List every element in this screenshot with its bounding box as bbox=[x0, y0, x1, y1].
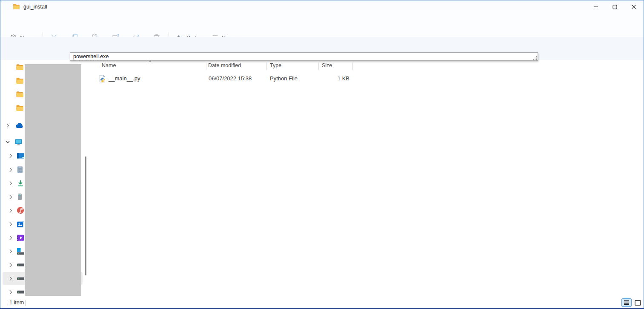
drive-icon bbox=[17, 275, 25, 282]
folder-icon bbox=[13, 3, 20, 10]
column-header-size[interactable]: Size bbox=[322, 62, 332, 68]
chevron-right-icon[interactable] bbox=[9, 181, 13, 186]
minimize-button[interactable] bbox=[587, 0, 605, 13]
onedrive-cloud-icon bbox=[15, 122, 24, 128]
file-size: 1 KB bbox=[318, 75, 349, 82]
windows-drive-icon bbox=[17, 248, 25, 255]
chevron-right-icon[interactable] bbox=[9, 195, 13, 199]
column-header-type[interactable]: Type bbox=[270, 62, 281, 68]
videos-icon bbox=[17, 234, 24, 241]
chevron-right-icon[interactable] bbox=[9, 167, 13, 172]
item-count-label: 1 item bbox=[9, 300, 24, 306]
folder-icon bbox=[16, 91, 24, 98]
desktop-icon bbox=[17, 153, 25, 159]
python-file-icon bbox=[99, 75, 106, 82]
icons-view-toggle[interactable] bbox=[633, 298, 643, 307]
maximize-button[interactable] bbox=[606, 0, 624, 13]
portable-device-icon bbox=[17, 193, 23, 201]
command-toolbar: New Sort bbox=[0, 13, 644, 36]
explorer-window: gui_install New bbox=[0, 0, 644, 309]
file-date-modified: 06/07/2022 15:38 bbox=[209, 75, 252, 82]
status-divider bbox=[25, 300, 26, 306]
details-view-icon bbox=[624, 300, 630, 305]
address-autocomplete-dropdown: powershell.exe bbox=[70, 52, 538, 61]
chevron-right-icon[interactable] bbox=[6, 123, 10, 128]
chevron-down-icon[interactable] bbox=[6, 141, 10, 144]
pictures-icon bbox=[17, 221, 24, 228]
drive-icon bbox=[17, 289, 25, 296]
file-list-panel: ∧ Name Date modified Type Size __main__.… bbox=[89, 60, 644, 298]
file-name: __main__.py bbox=[109, 75, 140, 82]
chevron-right-icon[interactable] bbox=[9, 222, 13, 227]
file-type: Python File bbox=[270, 75, 298, 82]
column-separator[interactable] bbox=[318, 62, 319, 70]
redacted-label-block bbox=[25, 64, 81, 296]
column-header-name[interactable]: Name bbox=[102, 62, 116, 68]
chevron-right-icon[interactable] bbox=[9, 235, 13, 240]
chevron-right-icon[interactable] bbox=[9, 276, 13, 281]
title-bar: gui_install bbox=[0, 0, 644, 13]
navigation-pane bbox=[0, 60, 89, 298]
chevron-right-icon[interactable] bbox=[9, 290, 13, 295]
details-view-toggle[interactable] bbox=[621, 298, 632, 307]
autocomplete-suggestion-item[interactable]: powershell.exe bbox=[73, 54, 109, 60]
close-button[interactable] bbox=[625, 0, 643, 13]
music-icon bbox=[17, 207, 24, 214]
column-separator[interactable] bbox=[206, 62, 206, 70]
resize-grip-icon[interactable] bbox=[533, 56, 537, 60]
chevron-right-icon[interactable] bbox=[9, 208, 13, 213]
drive-icon bbox=[17, 261, 25, 269]
folder-icon bbox=[16, 77, 24, 84]
chevron-right-icon[interactable] bbox=[9, 263, 13, 267]
this-pc-monitor-icon bbox=[14, 139, 23, 146]
status-bar: 1 item bbox=[0, 298, 644, 308]
icons-view-icon bbox=[635, 300, 641, 306]
file-row[interactable]: __main__.py 06/07/2022 15:38 Python File… bbox=[89, 73, 442, 84]
documents-icon bbox=[17, 166, 23, 173]
column-separator[interactable] bbox=[352, 62, 353, 70]
sidebar-scrollbar[interactable] bbox=[85, 156, 86, 275]
column-header-date-modified[interactable]: Date modified bbox=[208, 62, 241, 68]
downloads-icon bbox=[17, 179, 24, 187]
window-title: gui_install bbox=[23, 4, 47, 10]
chevron-right-icon[interactable] bbox=[9, 249, 13, 254]
chevron-right-icon[interactable] bbox=[9, 153, 13, 158]
folder-icon bbox=[16, 64, 24, 71]
column-separator[interactable] bbox=[266, 62, 267, 70]
folder-icon bbox=[16, 105, 24, 111]
